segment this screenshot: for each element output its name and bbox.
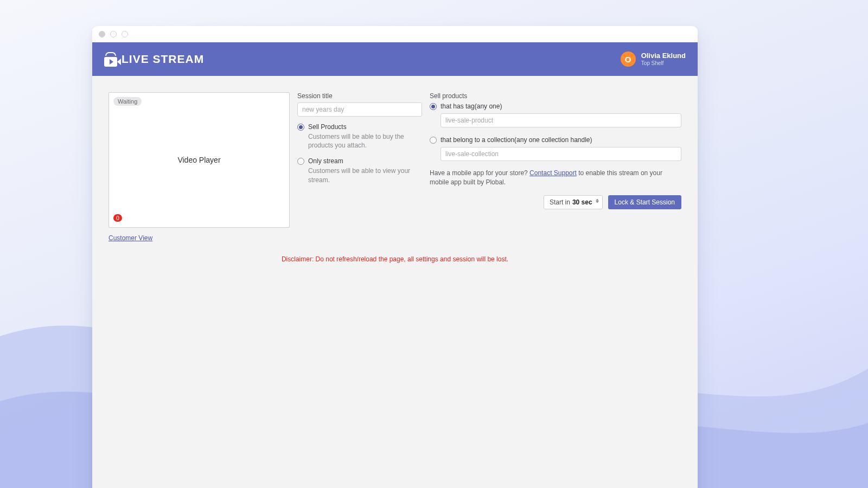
filter-by-collection[interactable]: that belong to a collection(any one coll… bbox=[430, 136, 681, 144]
tag-input[interactable] bbox=[441, 113, 681, 127]
window-titlebar bbox=[92, 26, 698, 42]
viewer-count-badge: 0 bbox=[113, 214, 122, 222]
mode-sell-desc: Customers will be able to buy the produc… bbox=[308, 132, 422, 150]
session-title-label: Session title bbox=[297, 92, 422, 100]
radio-sell-products[interactable] bbox=[297, 124, 304, 131]
mode-sell-products[interactable]: Sell Products Customers will be able to … bbox=[297, 123, 422, 150]
filter-collection-label: that belong to a collection(any one coll… bbox=[441, 136, 592, 144]
window-dot-close[interactable] bbox=[99, 31, 105, 37]
left-column: Waiting Video Player 0 Customer View bbox=[108, 92, 290, 242]
brand-name: LIVE STREAM bbox=[122, 53, 204, 66]
radio-filter-tag[interactable] bbox=[430, 103, 437, 110]
sell-products-panel: Sell products that has tag(any one) that… bbox=[430, 92, 681, 209]
app-header: LIVE STREAM O Olivia Eklund Top Shelf bbox=[92, 42, 698, 76]
radio-filter-collection[interactable] bbox=[430, 137, 437, 144]
app-window: LIVE STREAM O Olivia Eklund Top Shelf Wa… bbox=[92, 26, 698, 488]
filter-by-tag[interactable]: that has tag(any one) bbox=[430, 102, 681, 110]
mode-only-stream[interactable]: Only stream Customers will be able to vi… bbox=[297, 157, 422, 184]
collection-input[interactable] bbox=[441, 147, 681, 161]
video-player-label: Video Player bbox=[177, 156, 220, 164]
window-dot-max[interactable] bbox=[122, 31, 128, 37]
mode-only-desc: Customers will be able to view your stre… bbox=[308, 166, 422, 184]
user-subtitle: Top Shelf bbox=[641, 60, 686, 66]
mode-only-label: Only stream bbox=[308, 157, 422, 165]
start-delay-select[interactable]: Start in 30 sec bbox=[544, 195, 603, 209]
chevron-updown-icon bbox=[596, 199, 599, 203]
session-title-input[interactable] bbox=[297, 102, 422, 117]
avatar: O bbox=[621, 52, 636, 67]
customer-view-link[interactable]: Customer View bbox=[108, 234, 152, 242]
disclaimer-text: Disclaimer: Do not refresh/reload the pa… bbox=[108, 255, 681, 263]
lock-start-session-button[interactable]: Lock & Start Session bbox=[608, 195, 681, 209]
filter-tag-label: that has tag(any one) bbox=[441, 102, 502, 110]
session-settings: Session title Sell Products Customers wi… bbox=[297, 92, 422, 184]
video-player: Waiting Video Player 0 bbox=[108, 92, 290, 228]
window-dot-min[interactable] bbox=[110, 31, 117, 37]
user-name: Olivia Eklund bbox=[641, 52, 686, 60]
radio-only-stream[interactable] bbox=[297, 158, 304, 165]
sell-products-heading: Sell products bbox=[430, 92, 681, 100]
video-status-badge: Waiting bbox=[113, 97, 142, 106]
user-menu[interactable]: O Olivia Eklund Top Shelf bbox=[621, 52, 686, 67]
support-note: Have a mobile app for your store? Contac… bbox=[430, 169, 681, 188]
mode-sell-label: Sell Products bbox=[308, 123, 422, 131]
brand-icon bbox=[104, 52, 117, 67]
brand: LIVE STREAM bbox=[104, 52, 204, 67]
contact-support-link[interactable]: Contact Support bbox=[529, 169, 577, 177]
